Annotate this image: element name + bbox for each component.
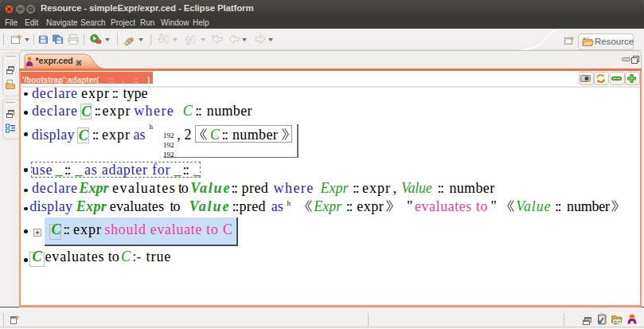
svg-text:GIT: GIT bbox=[614, 321, 620, 325]
